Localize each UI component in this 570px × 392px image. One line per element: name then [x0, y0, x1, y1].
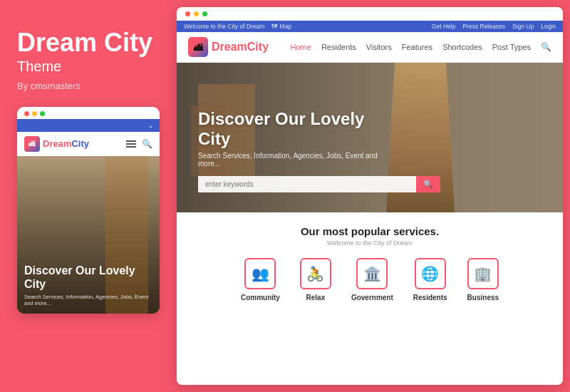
government-label: Government	[351, 294, 393, 301]
business-label: Business	[467, 294, 499, 301]
desktop-hero: Discover Our Lovely City Search Services…	[177, 63, 563, 212]
community-icon: 👥	[244, 258, 276, 289]
residents-label: Residents	[413, 294, 447, 301]
residents-icon: 🌐	[415, 258, 446, 289]
relax-icon: 🚴	[300, 258, 331, 289]
hero-search[interactable]: 🔍	[198, 176, 440, 192]
nav-search-icon[interactable]: 🔍	[541, 42, 551, 52]
hero-search-button[interactable]: 🔍	[416, 176, 440, 192]
theme-subtitle: Theme	[17, 58, 160, 75]
desktop-logo-text: DreamCity	[212, 41, 269, 53]
nav-link-residents[interactable]: Residents	[321, 43, 356, 51]
hero-search-input[interactable]	[198, 176, 416, 192]
get-help-link[interactable]: Get Help	[432, 23, 456, 30]
mobile-hero-title: Discover Our Lovely City	[24, 264, 152, 291]
theme-title: Dream City	[17, 29, 160, 57]
nav-link-visitors[interactable]: Visitors	[366, 43, 392, 51]
services-section: Our most popular services. Welcome to th…	[177, 212, 563, 385]
mobile-hero-subtitle: Search Services, Information, Agencies, …	[24, 294, 152, 306]
service-business[interactable]: 🏢 Business	[467, 258, 499, 301]
nav-link-post-types[interactable]: Post Types	[492, 43, 531, 51]
nav-link-home[interactable]: Home	[291, 43, 311, 51]
theme-by: By cmsmasters	[17, 81, 160, 91]
search-icon[interactable]: 🔍	[142, 139, 152, 149]
service-community[interactable]: 👥 Community	[241, 258, 280, 301]
desktop-dot-red	[185, 11, 190, 16]
desktop-dot-green	[202, 11, 207, 16]
blue-bar-left: Welcome to the City of Dream 🗺 Map	[184, 23, 291, 30]
desktop-hero-content: Discover Our Lovely City Search Services…	[198, 109, 387, 192]
desktop-logo: 🏙 DreamCity	[188, 37, 269, 57]
left-panel: Dream City Theme By cmsmasters ⌄ 🏙 Dream…	[0, 0, 177, 392]
government-icon: 🏛️	[356, 258, 388, 289]
desktop-dot-yellow	[194, 11, 199, 16]
mobile-logo-text: DreamCity	[43, 138, 89, 149]
service-government[interactable]: 🏛️ Government	[351, 258, 393, 301]
mobile-top-bar	[17, 107, 160, 119]
service-relax[interactable]: 🚴 Relax	[300, 258, 331, 301]
business-icon: 🏢	[467, 258, 499, 289]
dot-green	[40, 111, 45, 116]
chevron-down-icon: ⌄	[148, 122, 154, 129]
login-link[interactable]: Login	[541, 23, 556, 30]
nav-link-shortcodes[interactable]: Shortcodes	[442, 43, 482, 51]
hero-subtitle: Search Services, Information, Agencies, …	[198, 152, 387, 167]
desktop-logo-icon: 🏙	[188, 37, 208, 57]
service-residents[interactable]: 🌐 Residents	[413, 258, 447, 301]
community-label: Community	[241, 294, 280, 301]
logo-icon: 🏙	[24, 136, 40, 152]
mobile-hero: Discover Our Lovely City Search Services…	[17, 156, 160, 314]
blue-bar-right: Get Help Press Releases Sign Up Login	[432, 23, 556, 30]
welcome-text: Welcome to the City of Dream	[184, 23, 264, 30]
mobile-hero-content: Discover Our Lovely City Search Services…	[24, 264, 152, 306]
services-title: Our most popular services.	[301, 225, 439, 237]
mobile-blue-bar: ⌄	[17, 119, 160, 132]
services-grid: 👥 Community 🚴 Relax 🏛️ Government 🌐 Resi…	[241, 258, 499, 301]
mobile-preview: ⌄ 🏙 DreamCity 🔍 Discover Our Lovely City	[17, 107, 160, 314]
map-icon: 🗺 Map	[271, 23, 291, 30]
dot-red	[24, 111, 29, 116]
hero-title: Discover Our Lovely City	[198, 109, 387, 149]
press-releases-link[interactable]: Press Releases	[462, 23, 505, 30]
relax-label: Relax	[306, 294, 326, 301]
mobile-logo: 🏙 DreamCity	[24, 136, 89, 152]
dot-yellow	[32, 111, 37, 116]
services-subtitle: Welcome to the City of Dream	[327, 239, 413, 247]
hamburger-icon[interactable]	[126, 140, 136, 148]
desktop-nav: 🏙 DreamCity Home Residents Visitors Feat…	[177, 32, 563, 63]
desktop-nav-links: Home Residents Visitors Features Shortco…	[291, 42, 551, 52]
sign-up-link[interactable]: Sign Up	[512, 23, 534, 30]
mobile-logo-bar: 🏙 DreamCity 🔍	[17, 132, 160, 156]
desktop-preview: Welcome to the City of Dream 🗺 Map Get H…	[177, 7, 563, 385]
desktop-blue-bar: Welcome to the City of Dream 🗺 Map Get H…	[177, 21, 563, 32]
desktop-top-bar	[177, 7, 563, 21]
mobile-nav-icons: 🔍	[126, 139, 152, 149]
nav-link-features[interactable]: Features	[402, 43, 432, 51]
